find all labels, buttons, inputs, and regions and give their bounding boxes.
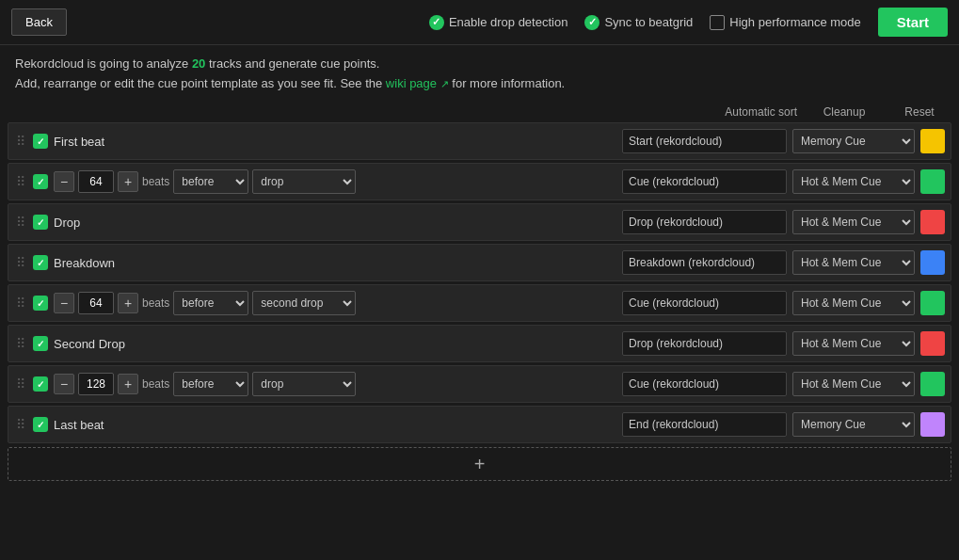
high-performance-option: High performance mode <box>710 15 860 30</box>
rows-container: ⠿ First beat Memory CueHot CueHot & Mem … <box>0 122 959 443</box>
table-row: ⠿ − + beats beforeafter drop drop second… <box>8 163 951 200</box>
beats-input[interactable] <box>78 373 114 395</box>
color-swatch[interactable] <box>920 210 945 234</box>
color-swatch[interactable] <box>920 250 945 275</box>
add-row-button[interactable]: + <box>8 447 951 481</box>
cue-name-input[interactable] <box>622 372 787 396</box>
color-swatch[interactable] <box>920 129 945 153</box>
wiki-link[interactable]: wiki page <box>386 76 437 90</box>
table-row: ⠿ Last beat Memory CueHot CueHot & Mem C… <box>8 406 951 443</box>
cue-type-select[interactable]: Memory CueHot CueHot & Mem Cue <box>792 129 915 153</box>
header: Back Enable drop detection Sync to beatg… <box>0 0 959 45</box>
sync-to-beatgrid-label: Sync to beatgrid <box>604 15 693 29</box>
sync-to-beatgrid-option: Sync to beatgrid <box>584 15 693 30</box>
cue-type-select[interactable]: Memory CueHot CueHot & Mem Cue <box>792 372 915 396</box>
row-label: Second Drop <box>54 337 616 351</box>
col-auto-sort: Automatic sort <box>725 105 797 119</box>
row-controls: − + beats beforeafter drop drop second d… <box>54 372 356 396</box>
direction-select[interactable]: beforeafter <box>173 291 248 315</box>
info-section: Rekordcloud is going to analyze 20 track… <box>0 45 959 102</box>
cue-type-select[interactable]: Memory CueHot CueHot & Mem Cue <box>792 412 915 437</box>
color-swatch[interactable] <box>920 169 945 194</box>
beats-label: beats <box>142 296 169 310</box>
direction-select[interactable]: beforeafter <box>173 169 248 194</box>
cue-type-select[interactable]: Memory CueHot CueHot & Mem Cue <box>792 331 915 356</box>
cue-name-input[interactable] <box>622 412 787 437</box>
table-row: ⠿ Second Drop Memory CueHot CueHot & Mem… <box>8 325 951 362</box>
minus-button[interactable]: − <box>54 171 74 192</box>
high-performance-label: High performance mode <box>729 15 860 29</box>
sync-to-beatgrid-checkbox[interactable] <box>584 15 599 30</box>
back-button[interactable]: Back <box>11 8 67 36</box>
row-checkbox[interactable] <box>33 215 48 230</box>
enable-drop-detection-checkbox[interactable] <box>429 15 444 30</box>
drag-handle[interactable]: ⠿ <box>14 376 27 392</box>
row-checkbox[interactable] <box>33 417 48 432</box>
row-checkbox[interactable] <box>33 376 48 392</box>
info-line2: Add, rearrange or edit the cue point tem… <box>15 76 944 90</box>
row-controls: − + beats beforeafter second drop drop s… <box>54 291 356 315</box>
drag-handle[interactable]: ⠿ <box>14 255 27 270</box>
cue-type-select[interactable]: Memory CueHot CueHot & Mem Cue <box>792 291 915 315</box>
col-cleanup: Cleanup <box>816 105 872 119</box>
color-swatch[interactable] <box>920 331 945 356</box>
table-row: ⠿ Drop Memory CueHot CueHot & Mem Cue <box>8 203 951 241</box>
table-column-headers: Automatic sort Cleanup Reset <box>0 102 959 122</box>
target-select[interactable]: drop drop second drop breakdown <box>252 372 356 396</box>
info-line1: Rekordcloud is going to analyze 20 track… <box>15 56 944 71</box>
cue-name-input[interactable] <box>622 210 787 234</box>
cue-name-input[interactable] <box>622 169 787 194</box>
plus-button[interactable]: + <box>118 374 138 394</box>
row-label: Breakdown <box>54 256 616 270</box>
drag-handle[interactable]: ⠿ <box>14 215 27 230</box>
header-options: Enable drop detection Sync to beatgrid H… <box>429 8 948 37</box>
direction-select[interactable]: beforeafter <box>173 372 248 396</box>
minus-button[interactable]: − <box>54 374 74 394</box>
cue-name-input[interactable] <box>622 291 787 315</box>
minus-button[interactable]: − <box>54 293 74 313</box>
enable-drop-detection-option: Enable drop detection <box>429 15 567 30</box>
beats-input[interactable] <box>78 170 114 193</box>
col-reset: Reset <box>891 105 948 119</box>
table-row: ⠿ − + beats beforeafter second drop drop… <box>8 284 951 322</box>
table-row: ⠿ Breakdown Memory CueHot CueHot & Mem C… <box>8 244 951 281</box>
color-swatch[interactable] <box>920 291 945 315</box>
drag-handle[interactable]: ⠿ <box>14 296 27 311</box>
drag-handle[interactable]: ⠿ <box>14 174 27 189</box>
cue-type-select[interactable]: Memory CueHot CueHot & Mem Cue <box>792 169 915 194</box>
row-label: Last beat <box>54 418 616 432</box>
color-swatch[interactable] <box>920 412 945 437</box>
target-select[interactable]: second drop drop second drop breakdown <box>252 291 356 315</box>
row-checkbox[interactable] <box>33 296 48 311</box>
drag-handle[interactable]: ⠿ <box>14 134 27 149</box>
plus-button[interactable]: + <box>118 171 138 192</box>
row-checkbox[interactable] <box>33 336 48 351</box>
row-checkbox[interactable] <box>33 134 48 149</box>
drag-handle[interactable]: ⠿ <box>14 417 27 432</box>
high-performance-checkbox[interactable] <box>710 15 725 30</box>
cue-type-select[interactable]: Memory CueHot CueHot & Mem Cue <box>792 250 915 275</box>
beats-label: beats <box>142 175 169 188</box>
cue-name-input[interactable] <box>622 129 787 153</box>
beats-label: beats <box>142 377 169 391</box>
table-row: ⠿ − + beats beforeafter drop drop second… <box>8 365 951 403</box>
enable-drop-detection-label: Enable drop detection <box>449 15 567 29</box>
cue-name-input[interactable] <box>622 250 787 275</box>
row-controls: − + beats beforeafter drop drop second d… <box>54 169 356 194</box>
cue-name-input[interactable] <box>622 331 787 356</box>
beats-input[interactable] <box>78 292 114 314</box>
table-row: ⠿ First beat Memory CueHot CueHot & Mem … <box>8 122 951 160</box>
plus-button[interactable]: + <box>118 293 138 313</box>
cue-type-select[interactable]: Memory CueHot CueHot & Mem Cue <box>792 210 915 234</box>
drag-handle[interactable]: ⠿ <box>14 336 27 351</box>
target-select[interactable]: drop drop second drop breakdown <box>252 169 356 194</box>
row-checkbox[interactable] <box>33 255 48 270</box>
track-count: 20 <box>192 56 205 71</box>
color-swatch[interactable] <box>920 372 945 396</box>
row-label: First beat <box>54 135 616 149</box>
start-button[interactable]: Start <box>878 8 948 37</box>
row-checkbox[interactable] <box>33 174 48 189</box>
row-label: Drop <box>54 216 616 230</box>
